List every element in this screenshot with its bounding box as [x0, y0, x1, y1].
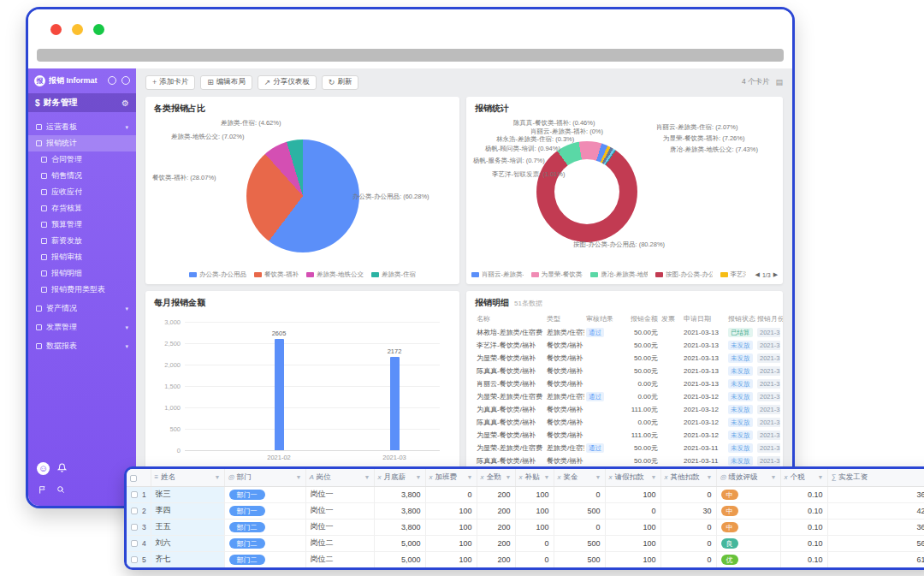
filter-caret-icon[interactable]: ▼ — [595, 474, 601, 480]
row-number: 3 — [142, 523, 146, 531]
legend-item[interactable]: 为显荣-餐饮类-福补 — [531, 270, 583, 279]
row-checkbox[interactable] — [131, 524, 138, 531]
row-number: 4 — [142, 539, 146, 548]
filter-caret-icon[interactable]: ▼ — [506, 474, 512, 480]
minimize-window-button[interactable] — [72, 24, 83, 35]
column-header-content: x其他扣款▼ — [665, 472, 713, 483]
donut-chart[interactable] — [536, 141, 637, 242]
workspace-selector[interactable]: $ 财务管理 ⚙ — [28, 93, 136, 112]
filter-caret-icon[interactable]: ▼ — [771, 474, 777, 480]
gear-icon[interactable]: ⚙ — [121, 98, 129, 108]
filter-caret-icon[interactable]: ▼ — [416, 474, 422, 480]
filter-caret-icon[interactable]: ▼ — [364, 474, 370, 480]
value-cell: 100 — [425, 502, 477, 519]
salary-column-header[interactable]: ◎绩效评级▼ — [716, 469, 780, 486]
status-badge: 未发放 — [728, 341, 753, 350]
salary-column-header[interactable]: x其他扣款▼ — [660, 469, 716, 486]
salary-column-header[interactable]: x奖金▼ — [554, 469, 605, 486]
position-cell: 岗位一 — [305, 486, 374, 502]
flag-icon[interactable] — [38, 482, 47, 497]
search-icon[interactable] — [56, 482, 65, 497]
panel-icon[interactable]: ▤ — [775, 78, 783, 86]
filter-caret-icon[interactable]: ▼ — [215, 474, 221, 480]
column-label: 绩效评级 — [728, 472, 757, 483]
pie-chart[interactable] — [246, 140, 359, 252]
legend-item[interactable]: 肖丽云-差旅类-住宿 — [471, 270, 524, 279]
sidebar-item[interactable]: 存货核算 — [28, 200, 136, 217]
select-all-checkbox[interactable] — [130, 475, 137, 482]
legend-swatch — [254, 272, 262, 277]
sidebar-item[interactable]: 预算管理 — [28, 217, 136, 233]
filter-caret-icon[interactable]: ▼ — [818, 474, 824, 480]
sidebar-item[interactable]: 资产情况▾ — [28, 300, 136, 317]
legend-item[interactable]: 李艺洋-智联发票 — [720, 270, 746, 279]
x-axis-label: 2021-03 — [376, 454, 413, 461]
close-window-button[interactable] — [50, 24, 62, 35]
legend-swatch — [189, 272, 197, 277]
salary-column-header[interactable]: ∑实发工资▼ — [827, 469, 924, 486]
toolbar-button[interactable]: ↻刷新 — [322, 75, 359, 90]
row-checkbox[interactable] — [131, 508, 138, 514]
salary-column-header[interactable]: ≡姓名▼ — [151, 469, 224, 486]
toolbar-button[interactable]: ⊞编辑布局 — [200, 75, 252, 90]
row-checkbox[interactable] — [131, 556, 138, 563]
toolbar-button[interactable]: +添加卡片 — [145, 75, 195, 90]
row-checkbox[interactable] — [131, 540, 138, 547]
user-icon[interactable] — [108, 76, 116, 85]
sidebar-item[interactable]: 运营看板▾ — [28, 119, 136, 135]
row-checkbox[interactable] — [131, 491, 138, 498]
bell-icon[interactable] — [57, 460, 67, 476]
sidebar-item[interactable]: 报销审核 — [28, 249, 136, 265]
expense-amount: 111.00元 — [619, 403, 660, 416]
expense-invoice — [660, 377, 682, 390]
bar[interactable] — [390, 357, 400, 450]
filter-caret-icon[interactable]: ▼ — [544, 474, 550, 480]
filter-caret-icon[interactable]: ▼ — [707, 474, 713, 480]
legend-next-icon[interactable]: ▶ — [773, 271, 778, 278]
toolbar-button[interactable]: ↗分享仪表板 — [258, 75, 317, 90]
legend-item[interactable]: 唐冶-差旅类-地铁公交 — [590, 270, 648, 279]
sidebar-item[interactable]: 数据报表▾ — [28, 338, 136, 354]
sidebar-item[interactable]: 发票管理▾ — [28, 319, 136, 336]
sidebar-item[interactable]: 薪资发放 — [28, 233, 136, 249]
salary-column-header[interactable]: ◎部门▼ — [224, 469, 305, 486]
sidebar-item[interactable]: 报销费用类型表 — [28, 282, 136, 298]
avatar[interactable]: ☺ — [37, 462, 50, 475]
sidebar-item[interactable]: 报销明细 — [28, 265, 136, 282]
column-header-content: x加班费▼ — [429, 472, 473, 483]
salary-column-header[interactable]: x补贴▼ — [515, 469, 554, 486]
sidebar-item[interactable]: 应收应付 — [28, 184, 136, 200]
desktop: 报 报销 Informat $ 财务管理 ⚙ 运营看板▾报销统计合同管理销售情况… — [0, 0, 924, 576]
sidebar-item[interactable]: 报销统计 — [28, 135, 136, 151]
sidebar-item[interactable]: 销售情况 — [28, 168, 136, 184]
bar[interactable] — [275, 339, 284, 450]
legend-item[interactable]: 差旅类-地铁公交 — [306, 270, 364, 279]
salary-column-header[interactable]: x月底薪▼ — [374, 469, 425, 486]
legend-pager: ◀1/3▶ — [755, 271, 779, 278]
legend-item[interactable]: 按图-办公类-办公用品 — [655, 270, 713, 279]
salary-column-header[interactable]: x全勤▼ — [477, 469, 515, 486]
salary-column-header[interactable]: A岗位▼ — [305, 469, 374, 486]
address-bar[interactable] — [37, 49, 784, 62]
sidebar-item[interactable]: 合同管理 — [28, 151, 136, 168]
salary-column-header[interactable]: x请假扣款▼ — [605, 469, 660, 486]
legend-prev-icon[interactable]: ◀ — [755, 271, 760, 278]
filter-caret-icon[interactable]: ▼ — [467, 474, 473, 480]
salary-column-header[interactable]: x加班费▼ — [425, 469, 477, 486]
add-icon[interactable] — [121, 76, 130, 85]
salary-column-header[interactable]: x个税▼ — [780, 469, 827, 486]
filter-caret-icon[interactable]: ▼ — [296, 474, 302, 480]
bar-value-label: 2605 — [266, 330, 292, 337]
expense-status: 未发放 — [726, 352, 755, 365]
app-logo-icon: 报 — [34, 75, 45, 86]
legend-item[interactable]: 差旅类-住宿 — [371, 270, 416, 279]
expense-status: 未发放 — [726, 390, 755, 403]
expense-amount: 50.00元 — [619, 442, 660, 454]
legend-swatch — [720, 272, 728, 277]
expense-date: 2021-03-13 — [682, 365, 726, 377]
filter-caret-icon[interactable]: ▼ — [651, 474, 657, 480]
legend-item[interactable]: 办公类-办公用品 — [189, 270, 246, 279]
legend-item[interactable]: 餐饮类-福补 — [254, 270, 299, 279]
table-row: 陈真真-餐饮类/福补餐饮类/福补50.00元2021-03-11未发放2021-… — [475, 454, 780, 467]
maximize-window-button[interactable] — [93, 24, 104, 35]
